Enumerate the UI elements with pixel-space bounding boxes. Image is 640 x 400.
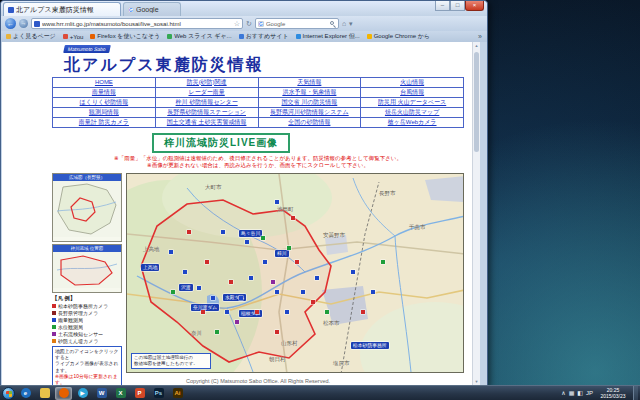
map-marker[interactable] <box>295 260 299 264</box>
bookmark-item[interactable]: よく見るページ <box>6 32 56 41</box>
map-info-label[interactable]: 奈川渡ダム <box>191 304 219 311</box>
forward-button[interactable]: → <box>19 19 28 28</box>
map-marker[interactable] <box>351 270 355 274</box>
map-marker[interactable] <box>245 240 249 244</box>
map-marker[interactable] <box>371 290 375 294</box>
home-icon[interactable]: ⌂ <box>342 20 346 27</box>
map-marker[interactable] <box>263 260 267 264</box>
inset-map-wide-area[interactable]: 広域図（長野県） <box>52 173 122 242</box>
map-marker[interactable] <box>249 276 253 280</box>
nav-link[interactable]: 長野県河川砂防情報システム <box>259 108 361 117</box>
map-marker[interactable] <box>201 310 205 314</box>
map-info-label[interactable]: 沢渡 <box>179 284 193 291</box>
tab-disaster-info[interactable]: 北アルプス東麓防災情報 <box>3 2 121 16</box>
taskbar-photoshop[interactable]: Ps <box>150 387 167 400</box>
map-marker[interactable] <box>291 216 295 220</box>
map-marker[interactable] <box>187 230 191 234</box>
taskbar-media-player[interactable]: ▶ <box>74 387 91 400</box>
nav-link[interactable]: 天気情報 <box>259 78 361 87</box>
maximize-button[interactable]: □ <box>450 1 465 11</box>
vertical-scrollbar[interactable]: ▲ ▼ <box>472 42 480 386</box>
map-info-label[interactable]: 島々谷川 <box>239 230 262 237</box>
search-icon[interactable] <box>330 21 336 27</box>
taskbar-excel[interactable]: X <box>112 387 129 400</box>
start-button[interactable] <box>2 387 15 400</box>
map-marker[interactable] <box>215 330 219 334</box>
nav-link[interactable]: 焼岳火山防災マップ <box>361 108 463 117</box>
map-marker[interactable] <box>183 270 187 274</box>
map-marker[interactable] <box>275 330 279 334</box>
map-info-label[interactable]: 上高地 <box>141 264 159 271</box>
nav-link[interactable]: 火山情報 <box>361 78 463 87</box>
taskbar-word[interactable]: W <box>93 387 110 400</box>
bookmark-item[interactable]: Internet Explorer 但... <box>296 32 360 41</box>
map-marker[interactable] <box>211 296 215 300</box>
map-marker[interactable] <box>221 230 225 234</box>
taskbar-powerpoint[interactable]: P <box>131 387 148 400</box>
map-marker[interactable] <box>361 310 365 314</box>
nav-link[interactable]: 国土交通省 土砂災害警戒情報 <box>156 118 258 127</box>
map-marker[interactable] <box>301 290 305 294</box>
bookmark-item[interactable]: Web スライス ギャ... <box>167 32 231 41</box>
nav-link[interactable]: 長野県砂防情報ステーション <box>156 108 258 117</box>
map-marker[interactable] <box>197 286 201 290</box>
back-button[interactable]: ← <box>5 18 16 29</box>
nav-link[interactable]: 台風情報 <box>361 88 463 97</box>
map-marker[interactable] <box>315 276 319 280</box>
map-marker[interactable] <box>239 296 243 300</box>
map-marker[interactable] <box>225 310 229 314</box>
network-icon[interactable]: ▦ <box>569 387 575 400</box>
close-button[interactable]: × <box>465 1 484 11</box>
scroll-up-icon[interactable]: ▲ <box>473 42 480 50</box>
bookmark-item[interactable]: Google Chrome から <box>367 32 430 41</box>
scrollbar-thumb[interactable] <box>474 52 479 152</box>
nav-link[interactable]: ほくりく砂防情報 <box>53 98 155 107</box>
show-desktop-button[interactable] <box>633 386 638 400</box>
taskbar-clock[interactable]: 20:25 2015/03/23 <box>596 387 630 400</box>
map-marker[interactable] <box>205 260 209 264</box>
map-marker[interactable] <box>287 246 291 250</box>
volume-icon[interactable]: ◧ <box>577 387 583 400</box>
taskbar-windows-explorer[interactable] <box>36 387 53 400</box>
taskbar-illustrator[interactable]: Ai <box>169 387 186 400</box>
nav-link[interactable]: 防災(砂防)関連 <box>156 78 258 87</box>
map-marker[interactable] <box>255 310 259 314</box>
nav-link[interactable]: 防災用 火山データベース <box>361 98 463 107</box>
bookmark-item[interactable]: +You <box>63 34 84 40</box>
map-marker[interactable] <box>171 290 175 294</box>
map-marker[interactable] <box>381 260 385 264</box>
nav-link[interactable]: レーダー雨量 <box>156 88 258 97</box>
nav-link[interactable]: 雨量計 防災カメラ <box>53 118 155 127</box>
taskbar-internet-explorer[interactable]: e <box>17 387 34 400</box>
map-marker[interactable] <box>235 320 239 324</box>
bookmark-star-icon[interactable]: ☆ <box>234 20 240 27</box>
nav-link[interactable]: HOME <box>53 78 155 87</box>
nav-link[interactable]: 梓川 砂防情報センター <box>156 98 258 107</box>
bookmark-item[interactable]: おすすめサイト <box>239 32 289 41</box>
map-marker[interactable] <box>261 236 265 240</box>
map-info-label[interactable]: 松本砂防事務所 <box>351 342 389 349</box>
minimize-button[interactable]: – <box>435 1 450 11</box>
nav-link[interactable]: 全国の砂防情報 <box>259 118 361 127</box>
url-bar[interactable]: www.hrr.mlit.go.jp/matsumoto/bousai/live… <box>31 18 243 29</box>
nav-link[interactable]: 観測局情報 <box>53 108 155 117</box>
nav-link[interactable]: 国交省 川の防災情報 <box>259 98 361 107</box>
ime-indicator[interactable]: JP <box>586 387 593 400</box>
map-marker[interactable] <box>275 290 279 294</box>
inset-map-basin-location[interactable]: 梓川流域 位置図 <box>52 244 122 293</box>
bookmarks-menu-icon[interactable]: ▾ <box>349 20 353 27</box>
hidden-icons-chevron[interactable]: ∧ <box>561 387 565 400</box>
search-input[interactable]: G Google <box>255 18 339 29</box>
map-marker[interactable] <box>271 280 275 284</box>
map-marker[interactable] <box>325 310 329 314</box>
nav-link[interactable]: 洪水予報・気象情報 <box>259 88 361 97</box>
main-map[interactable]: 大町市長野市千曲市安曇野市池田町松本市塩尻市山形村朝日村上高地奈川島々谷川梓川上… <box>126 173 464 373</box>
tab-google[interactable]: G Google <box>123 2 181 16</box>
map-marker[interactable] <box>275 200 279 204</box>
reload-icon[interactable]: ↻ <box>246 20 252 27</box>
bookmarks-overflow-icon[interactable]: » <box>478 33 482 40</box>
map-marker[interactable] <box>285 310 289 314</box>
nav-link[interactable]: 槍ヶ岳Webカメラ <box>361 118 463 127</box>
map-marker[interactable] <box>311 300 315 304</box>
map-marker[interactable] <box>169 250 173 254</box>
